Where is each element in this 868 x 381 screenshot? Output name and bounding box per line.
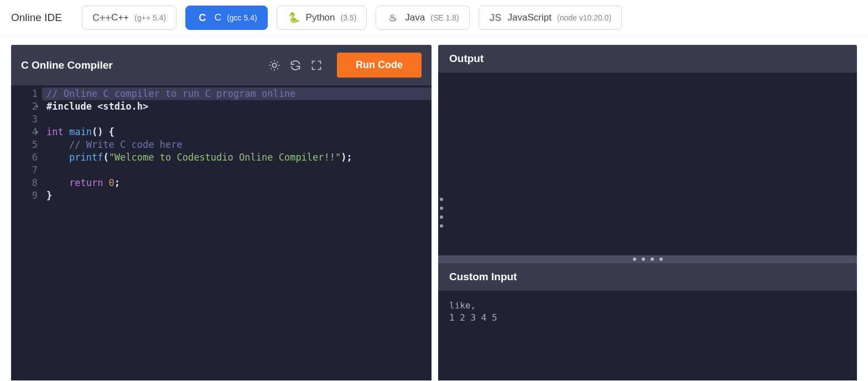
lang-name: C++	[111, 12, 129, 23]
workspace: C Online Compiler Run	[0, 36, 868, 380]
svg-line-3	[271, 61, 271, 62]
lang-name: C	[215, 12, 221, 23]
lang-version: (SE 1.8)	[430, 13, 459, 22]
top-header: Online IDE C++C++(g++ 5.4)CC(gcc 5.4)🐍Py…	[0, 0, 868, 36]
svg-line-4	[277, 68, 278, 69]
svg-line-7	[271, 68, 271, 69]
line-number: 6	[14, 151, 38, 164]
line-number: 2	[14, 100, 38, 113]
lang-version: (gcc 5.4)	[227, 13, 257, 22]
lang-name: Java	[405, 12, 425, 23]
vertical-resize-handle[interactable]	[438, 45, 445, 380]
svg-line-8	[277, 61, 278, 62]
svg-point-0	[272, 63, 276, 67]
code-line[interactable]: #include <stdio.h>	[42, 100, 432, 113]
line-number: 5	[14, 138, 38, 151]
site-title: Online IDE	[11, 12, 62, 24]
code-line[interactable]: int main() {	[42, 126, 432, 138]
lang-name: JavaScript	[508, 12, 552, 23]
theme-icon[interactable]	[267, 58, 282, 73]
javascript-icon: JS	[489, 12, 502, 24]
fullscreen-icon[interactable]	[309, 58, 324, 73]
lang-tab-javascript[interactable]: JSJavaScript(node v10.20.0)	[479, 6, 622, 30]
editor-header: C Online Compiler Run	[11, 45, 432, 85]
lang-name: Python	[306, 12, 335, 23]
custom-input-panel: Custom Input	[438, 263, 857, 380]
lang-tab-cpp[interactable]: C++C++(g++ 5.4)	[82, 6, 176, 30]
c-icon: C	[196, 12, 209, 24]
editor-title: C Online Compiler	[21, 59, 261, 71]
cpp-icon: C++	[92, 12, 106, 24]
run-button[interactable]: Run Code	[337, 53, 422, 78]
custom-input-title: Custom Input	[438, 263, 857, 291]
line-number: 3	[14, 113, 38, 126]
lang-tab-python[interactable]: 🐍Python(3.5)	[277, 6, 367, 30]
lang-version: (node v10.20.0)	[557, 13, 611, 22]
custom-input-field[interactable]	[438, 291, 857, 380]
line-number: 4	[14, 126, 38, 138]
output-body	[438, 73, 857, 255]
lang-version: (g++ 5.4)	[134, 13, 166, 22]
code-lines[interactable]: // Online C compiler to run C program on…	[42, 85, 432, 380]
right-pane: Output Custom Input	[438, 45, 857, 380]
code-line[interactable]: return 0;	[42, 177, 432, 189]
line-number: 8	[14, 177, 38, 189]
lang-tab-c[interactable]: CC(gcc 5.4)	[185, 6, 268, 30]
line-number: 7	[14, 164, 38, 177]
line-number: 1	[14, 87, 38, 100]
python-icon: 🐍	[287, 12, 300, 24]
code-line[interactable]	[42, 164, 432, 177]
code-editor[interactable]: 123456789 // Online C compiler to run C …	[11, 85, 432, 380]
language-tabs: C++C++(g++ 5.4)CC(gcc 5.4)🐍Python(3.5)♨J…	[82, 6, 622, 30]
lang-tab-java[interactable]: ♨Java(SE 1.8)	[376, 6, 469, 30]
output-panel: Output	[438, 45, 857, 255]
line-gutter: 123456789	[11, 85, 42, 380]
horizontal-resize-handle[interactable]	[438, 255, 857, 263]
code-line[interactable]: // Write C code here	[42, 138, 432, 151]
code-line[interactable]: // Online C compiler to run C program on…	[42, 87, 432, 100]
line-number: 9	[14, 189, 38, 202]
output-title: Output	[438, 45, 857, 73]
code-line[interactable]: }	[42, 189, 432, 202]
code-line[interactable]: printf("Welcome to Codestudio Online Com…	[42, 151, 432, 164]
editor-pane: C Online Compiler Run	[11, 45, 432, 380]
java-icon: ♨	[386, 12, 399, 24]
lang-version: (3.5)	[341, 13, 357, 22]
code-line[interactable]	[42, 113, 432, 126]
reset-icon[interactable]	[288, 58, 303, 73]
